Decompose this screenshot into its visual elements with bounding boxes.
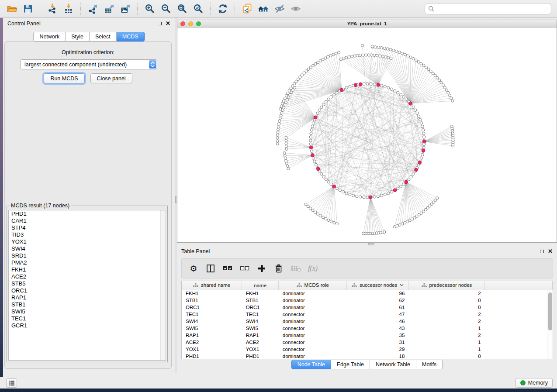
list-scrollbar[interactable] [160, 210, 166, 360]
mcds-result-listbox[interactable]: PHD1CAR1STP4TID3YOX1SWI4SRD1PMA2FKH1ACE2… [8, 210, 166, 361]
show-all-button[interactable] [287, 1, 304, 16]
column-label: MCDS role [304, 282, 329, 288]
list-icon [8, 380, 15, 386]
zoom-in-button[interactable] [142, 1, 158, 16]
table-panel: Table Panel ✕ ⚙ [177, 246, 557, 373]
table-cell: 29 [347, 346, 409, 353]
zoom-in-icon [144, 3, 156, 14]
refresh-view-button[interactable] [214, 1, 231, 16]
checked-boxes-icon [223, 265, 232, 272]
mcds-result-item[interactable]: RAP1 [9, 294, 166, 301]
toolbar-separator [137, 3, 138, 15]
table-row[interactable]: YOX1YOX1connector291 [182, 346, 553, 353]
mcds-result-item[interactable]: YOX1 [9, 238, 166, 245]
save-session-button[interactable] [20, 1, 36, 16]
table-cell-filler [485, 353, 553, 360]
select-all-rows-button[interactable] [222, 263, 233, 274]
table-row[interactable]: SWI4SWI4dominator462 [182, 318, 553, 325]
float-panel-icon[interactable] [158, 22, 162, 25]
tab-node-table[interactable]: Node Table [291, 360, 331, 369]
mcds-result-item[interactable]: STP4 [9, 224, 166, 231]
column-header-successor-nodes[interactable]: successor nodes [347, 281, 409, 290]
delete-columns-button[interactable] [273, 263, 284, 274]
close-panel-icon[interactable]: ✕ [166, 21, 170, 26]
table-cell-filler [485, 311, 553, 318]
table-row[interactable]: TEC1TEC1connector472 [182, 311, 553, 318]
column-header-MCDS-role[interactable]: MCDS role [279, 281, 347, 290]
task-history-button[interactable] [6, 378, 17, 388]
table-row[interactable]: FKH1FKH1dominator962 [182, 290, 553, 297]
mcds-result-item[interactable]: CAR1 [9, 217, 166, 224]
zoom-fit-button[interactable] [174, 1, 190, 16]
import-network-button[interactable] [44, 1, 60, 16]
hide-selected-button[interactable] [271, 1, 287, 16]
zoom-selected-icon [193, 3, 204, 14]
table-scrollbar[interactable] [547, 290, 553, 359]
network-canvas[interactable] [177, 28, 557, 242]
function-builder-button[interactable]: f(x) [307, 263, 318, 274]
close-panel-icon[interactable]: ✕ [548, 249, 553, 254]
mcds-result-item[interactable]: SRD1 [9, 252, 166, 259]
delete-table-button[interactable] [290, 263, 301, 274]
zoom-out-button[interactable] [158, 1, 174, 16]
tab-select[interactable]: Select [90, 32, 117, 41]
create-column-button[interactable] [256, 263, 267, 274]
float-panel-icon[interactable] [540, 250, 544, 253]
tab-motifs[interactable]: Motifs [416, 360, 443, 369]
search-input[interactable] [425, 3, 551, 14]
mcds-result-item[interactable]: TID3 [9, 231, 166, 238]
mcds-result-item[interactable]: SWI5 [9, 308, 166, 315]
table-cell: 31 [347, 339, 409, 346]
close-panel-button[interactable]: Close panel [90, 73, 132, 83]
mcds-result-item[interactable]: GCR1 [9, 322, 166, 329]
column-label: name [254, 283, 266, 288]
horizontal-splitter[interactable] [177, 243, 557, 246]
table-row[interactable]: SWI5SWI5connector431 [182, 325, 553, 332]
mcds-result-item[interactable]: STB1 [9, 301, 166, 308]
tab-network-table[interactable]: Network Table [370, 360, 416, 369]
table-cell: dominator [279, 290, 347, 297]
memory-button[interactable]: Memory [515, 378, 553, 388]
mcds-result-item[interactable]: FKH1 [9, 266, 166, 273]
deselect-all-rows-button[interactable] [239, 263, 250, 274]
splitter-grip[interactable] [368, 243, 374, 245]
mcds-result-item[interactable]: TEC1 [9, 315, 166, 322]
first-neighbors-button[interactable] [255, 1, 271, 16]
tab-style[interactable]: Style [66, 32, 90, 41]
column-header-shared-name[interactable]: shared name [182, 281, 242, 290]
table-cell: ACE2 [182, 339, 242, 346]
mcds-result-item[interactable]: SWI4 [9, 245, 166, 252]
mcds-result-item[interactable]: STB5 [9, 280, 166, 287]
export-table-button[interactable] [101, 1, 117, 16]
scrollbar-thumb[interactable] [548, 292, 552, 330]
mcds-result-item[interactable]: PHD1 [9, 210, 166, 217]
column-header-filler [485, 281, 553, 290]
tab-edge-table[interactable]: Edge Table [331, 360, 370, 369]
network-window-titlebar[interactable]: YPA_prune.txt_1 [177, 20, 557, 28]
show-columns-button[interactable] [205, 263, 216, 274]
new-network-from-selection-button[interactable] [239, 1, 255, 16]
memory-label: Memory [528, 380, 548, 386]
table-row[interactable]: ORC1ORC1dominator610 [182, 304, 553, 311]
column-header-name[interactable]: name [242, 281, 279, 290]
import-table-button[interactable] [60, 1, 76, 16]
run-mcds-button[interactable]: Run MCDS [44, 73, 84, 83]
table-type-tabs: Node TableEdge TableNetwork TableMotifs [177, 360, 557, 369]
criterion-select[interactable]: largest connected component (undirected) [20, 59, 157, 69]
open-file-button[interactable] [3, 1, 20, 16]
mcds-result-item[interactable]: ACE2 [9, 273, 166, 280]
table-row[interactable]: RAP1RAP1dominator352 [182, 332, 553, 339]
export-network-button[interactable] [85, 1, 101, 16]
table-row[interactable]: ACE2ACE2connector311 [182, 339, 553, 346]
criterion-selected-value: largest connected component (undirected) [21, 62, 149, 68]
tab-mcds[interactable]: MCDS [117, 32, 145, 41]
mcds-result-item[interactable]: ORC1 [9, 287, 166, 294]
table-row[interactable]: PHD1PHD1dominator180 [182, 353, 553, 360]
table-settings-button[interactable]: ⚙ [188, 263, 199, 274]
zoom-selected-button[interactable] [190, 1, 206, 16]
table-row[interactable]: STB1STB1dominator620 [182, 297, 553, 304]
tab-network[interactable]: Network [33, 32, 66, 41]
mcds-result-item[interactable]: PMA2 [9, 259, 166, 266]
export-image-button[interactable] [117, 1, 133, 16]
column-header-predecessor-nodes[interactable]: predecessor nodes [408, 281, 484, 290]
